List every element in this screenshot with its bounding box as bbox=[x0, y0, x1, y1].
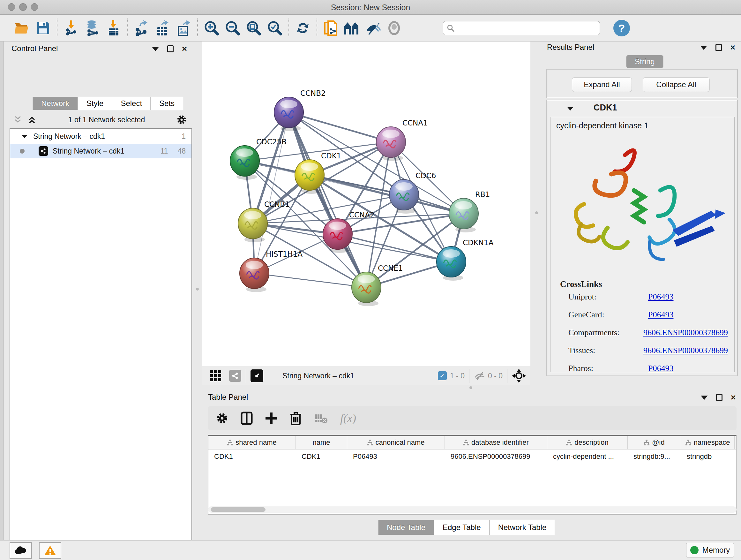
show-columns-icon[interactable] bbox=[241, 412, 253, 425]
export-network-icon[interactable] bbox=[131, 17, 152, 39]
tab-network-table[interactable]: Network Table bbox=[489, 520, 555, 535]
window-title: Session: New Session bbox=[0, 3, 741, 12]
control-panel-maximize-icon[interactable] bbox=[167, 45, 174, 52]
hide-selected-icon[interactable] bbox=[362, 17, 384, 39]
control-panel-close-icon[interactable]: × bbox=[182, 46, 187, 52]
tab-network[interactable]: Network bbox=[32, 97, 78, 110]
column-header-name[interactable]: name bbox=[296, 436, 347, 449]
node-label-CCNB2: CCNB2 bbox=[300, 89, 326, 98]
node-CDKN1A[interactable]: CDKN1A bbox=[436, 239, 494, 281]
search-field[interactable] bbox=[457, 23, 596, 33]
expand-all-icon[interactable] bbox=[27, 116, 37, 124]
import-network-database-icon[interactable] bbox=[82, 17, 103, 39]
table-cell: stringdb:9... bbox=[628, 449, 681, 463]
table-panel-float-icon[interactable] bbox=[701, 395, 708, 400]
tab-string[interactable]: String bbox=[626, 55, 664, 68]
table-options-gear-icon[interactable] bbox=[216, 412, 228, 425]
import-table-icon[interactable] bbox=[103, 17, 124, 39]
zoom-fit-icon[interactable] bbox=[243, 17, 264, 39]
fit-selected-crosshair-icon[interactable] bbox=[512, 369, 526, 383]
cloud-status-button[interactable] bbox=[10, 542, 32, 559]
node-label-CCNA1: CCNA1 bbox=[402, 119, 428, 127]
network-row[interactable]: String Network – cdk1 11 48 bbox=[10, 144, 192, 159]
tab-sets[interactable]: Sets bbox=[151, 97, 183, 110]
node-CDC6[interactable]: CDC6 bbox=[389, 172, 436, 213]
column-header-namespace[interactable]: namespace bbox=[681, 436, 735, 449]
edge-HIST1H1A-CCNE1[interactable] bbox=[254, 273, 366, 287]
crosslink-link[interactable]: P06493 bbox=[648, 364, 673, 373]
results-panel-float-icon[interactable] bbox=[700, 46, 707, 50]
search-input[interactable] bbox=[443, 21, 600, 35]
memory-button[interactable]: Memory bbox=[686, 543, 734, 557]
right-splitter-handle[interactable] bbox=[535, 211, 538, 214]
node-CCNA1[interactable]: CCNA1 bbox=[376, 119, 428, 161]
results-panel-maximize-icon[interactable] bbox=[716, 44, 722, 51]
show-grid-icon[interactable] bbox=[209, 369, 222, 382]
edge-CCNB2-CCNE1[interactable] bbox=[289, 112, 366, 287]
node-CDC25B[interactable]: CDC25B bbox=[230, 138, 286, 180]
left-splitter-handle[interactable] bbox=[196, 288, 199, 291]
network-collection-row[interactable]: String Network – cdk1 1 bbox=[10, 129, 192, 144]
warnings-button[interactable] bbox=[39, 542, 61, 559]
node-label-CCNA2: CCNA2 bbox=[349, 211, 375, 219]
import-network-icon[interactable] bbox=[61, 17, 82, 39]
collection-expander-icon[interactable] bbox=[22, 135, 27, 138]
node-label-CDKN1A: CDKN1A bbox=[463, 239, 494, 247]
table-horizontal-scrollbar[interactable] bbox=[208, 506, 737, 513]
network-birdseye-icon[interactable] bbox=[229, 370, 241, 382]
network-canvas[interactable]: CCNB2CCNA1CDC25BCDK1CDC6RB1CCNB1CCNA2CDK… bbox=[202, 42, 530, 367]
column-header-canonical-name[interactable]: canonical name bbox=[347, 436, 445, 449]
tab-edge-table[interactable]: Edge Table bbox=[434, 520, 489, 535]
gene-expander-icon[interactable] bbox=[567, 107, 574, 111]
crosslink-link[interactable]: 9606.ENSP00000378699 bbox=[643, 328, 728, 337]
column-header-database-identifier[interactable]: database identifier bbox=[445, 436, 547, 449]
results-panel-close-icon[interactable]: × bbox=[730, 44, 735, 51]
export-image-icon[interactable] bbox=[173, 17, 194, 39]
table-panel-maximize-icon[interactable] bbox=[716, 394, 723, 401]
control-panel-float-icon[interactable] bbox=[152, 47, 159, 51]
show-all-icon[interactable] bbox=[384, 17, 405, 39]
export-view-icon[interactable] bbox=[251, 369, 263, 382]
column-header-shared-name[interactable]: shared name bbox=[208, 436, 296, 449]
zoom-selected-icon[interactable] bbox=[264, 17, 285, 39]
network-options-gear-icon[interactable] bbox=[176, 114, 187, 125]
export-table-icon[interactable] bbox=[152, 17, 173, 39]
column-header-description[interactable]: description bbox=[547, 436, 628, 449]
tab-style[interactable]: Style bbox=[78, 97, 112, 110]
node-label-CCNE1: CCNE1 bbox=[378, 264, 403, 272]
help-icon[interactable]: ? bbox=[613, 20, 630, 37]
crosslink-link[interactable]: P06493 bbox=[648, 310, 673, 320]
tab-select[interactable]: Select bbox=[112, 97, 151, 110]
table-row[interactable]: CDK1CDK1P064939606.ENSP00000378699cyclin… bbox=[208, 449, 736, 463]
collapse-all-icon[interactable] bbox=[13, 116, 23, 124]
collapse-all-button[interactable]: Collapse All bbox=[643, 77, 710, 92]
open-session-icon[interactable] bbox=[11, 17, 32, 39]
crosslink-link[interactable]: 9606.ENSP00000378699 bbox=[643, 346, 728, 355]
save-session-icon[interactable] bbox=[32, 17, 54, 39]
tab-node-table[interactable]: Node Table bbox=[378, 520, 434, 535]
node-CDK1[interactable]: CDK1 bbox=[295, 152, 341, 194]
node-HIST1H1A[interactable]: HIST1H1A bbox=[240, 250, 302, 292]
apply-layout-icon[interactable] bbox=[292, 17, 313, 39]
node-CCNB2[interactable]: CCNB2 bbox=[274, 89, 326, 131]
selected-checkbox-icon[interactable]: ✓ bbox=[438, 371, 447, 380]
zoom-out-icon[interactable] bbox=[222, 17, 243, 39]
node-label-RB1: RB1 bbox=[475, 190, 490, 199]
crosslink-link[interactable]: P06493 bbox=[648, 292, 673, 302]
edge-CDK1-RB1[interactable] bbox=[310, 175, 464, 213]
create-column-icon[interactable] bbox=[265, 412, 278, 425]
edge-CCNB2-CCNA1[interactable] bbox=[289, 112, 391, 142]
selected-counts: 1 - 0 bbox=[450, 372, 465, 380]
node-CCNB1[interactable]: CCNB1 bbox=[238, 200, 290, 242]
scrollbar-thumb[interactable] bbox=[211, 507, 266, 512]
column-header-@id[interactable]: @id bbox=[628, 436, 681, 449]
delete-column-icon[interactable] bbox=[290, 411, 302, 425]
edge-CCNB2-HIST1H1A[interactable] bbox=[254, 112, 289, 273]
table-panel-close-icon[interactable]: × bbox=[731, 394, 736, 401]
zoom-in-icon[interactable] bbox=[201, 17, 222, 39]
crosslink-label: Pharos: bbox=[568, 364, 648, 373]
expand-all-button[interactable]: Expand All bbox=[572, 77, 632, 92]
first-neighbors-icon[interactable] bbox=[341, 17, 362, 39]
node-RB1[interactable]: RB1 bbox=[449, 190, 490, 233]
duplicate-network-icon[interactable] bbox=[320, 17, 341, 39]
